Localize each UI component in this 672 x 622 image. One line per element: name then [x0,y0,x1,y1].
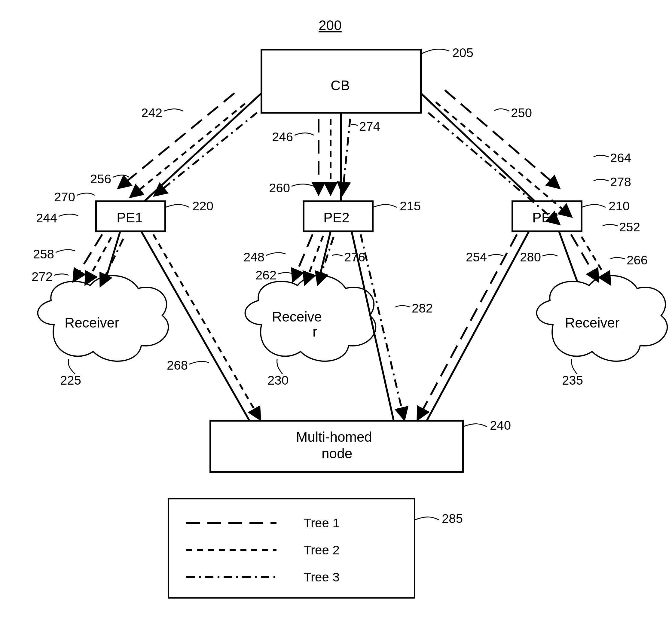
lead-256 [113,175,129,178]
legend-tree3: Tree 3 [304,570,340,584]
arrow-258 [86,237,111,284]
lead-285 [415,517,439,520]
rx1-label: Receiver [65,315,119,331]
lead-268 [189,361,209,364]
lead-274 [351,125,358,126]
lead-272 [54,274,69,276]
lead-254 [489,254,503,256]
lead-250 [494,109,509,111]
pe1-label: PE1 [116,210,143,226]
ref-282: 282 [412,301,433,315]
ref-270: 270 [54,190,75,204]
node-mhn: Multi-homed node [210,421,463,472]
ref-268: 268 [167,358,188,372]
cb-label: CB [331,77,350,93]
lead-260 [292,184,314,186]
figure-number: 200 [318,18,342,33]
ref-225: 225 [60,373,81,387]
lead-278 [594,179,609,181]
arrow-244 [74,234,102,281]
lead-205 [421,49,449,54]
lead-282 [395,306,410,307]
receiver-1: Receiver [38,276,169,361]
lead-230 [277,359,282,374]
ref-210: 210 [609,199,630,213]
lead-264 [594,156,609,157]
ref-252: 252 [619,220,640,234]
arrow-250 [445,90,559,188]
mhn-label-b: node [322,446,352,461]
ref-250: 250 [511,106,532,120]
ref-264: 264 [610,151,631,165]
ref-242: 242 [141,106,162,120]
lead-246 [295,133,314,136]
pe2-label: PE2 [324,210,349,226]
lead-235 [572,359,577,374]
mhn-label-a: Multi-homed [296,429,372,445]
ref-260: 260 [269,181,290,195]
lead-262 [278,273,293,274]
legend: Tree 1 Tree 2 Tree 3 [168,499,415,598]
rx3-label: Receiver [565,315,620,331]
lead-252 [603,224,617,226]
ref-262: 262 [256,268,276,282]
lead-270 [77,193,95,196]
lead-240 [463,424,487,427]
ref-266: 266 [627,253,648,267]
arrow-270 [155,113,257,195]
lead-220 [165,205,189,207]
ref-244: 244 [36,211,57,225]
ref-276: 276 [344,250,365,264]
ref-248: 248 [243,250,265,264]
lead-248 [266,253,285,255]
ref-274: 274 [359,119,380,133]
arrow-248 [293,234,312,281]
receiver-3: Receiver [537,276,668,361]
svg-rect-5 [168,499,415,598]
arrow-274 [343,119,350,194]
node-pe1: PE1 [96,201,165,231]
arrow-282 [361,234,404,419]
legend-tree1: Tree 1 [304,516,340,530]
ref-230: 230 [267,373,289,387]
lead-244 [59,214,78,216]
ref-285: 285 [442,511,463,525]
lead-225 [68,359,75,374]
ref-240: 240 [490,418,511,433]
node-cb: CB [262,49,421,113]
lead-276 [332,254,343,256]
node-pe3: PE3 [512,201,581,231]
legend-tree2: Tree 2 [304,543,340,557]
lead-258 [56,250,75,252]
ref-235: 235 [562,373,583,387]
lead-210 [581,205,606,207]
ref-278: 278 [610,175,631,189]
ref-220: 220 [192,199,213,213]
lead-280 [542,254,558,256]
ref-256: 256 [90,172,111,186]
receiver-2: Receive r [245,276,376,361]
ref-254: 254 [466,250,487,264]
arrow-272 [101,239,123,285]
link-pe2-rx2 [318,231,331,281]
lead-242 [164,109,183,111]
ref-258: 258 [33,247,54,261]
ref-205: 205 [452,46,473,60]
arrow-264 [436,102,571,216]
rx2-label-a: Receive [272,309,322,324]
rx2-label-b: r [312,324,317,340]
arrow-242 [119,93,234,188]
lead-266 [610,257,625,259]
node-pe2: PE2 [304,201,373,231]
ref-272: 272 [32,270,53,284]
ref-280: 280 [520,250,541,264]
ref-215: 215 [400,199,421,213]
ref-246: 246 [272,130,293,144]
link-pe1-mhn [141,231,249,421]
lead-215 [373,205,397,207]
